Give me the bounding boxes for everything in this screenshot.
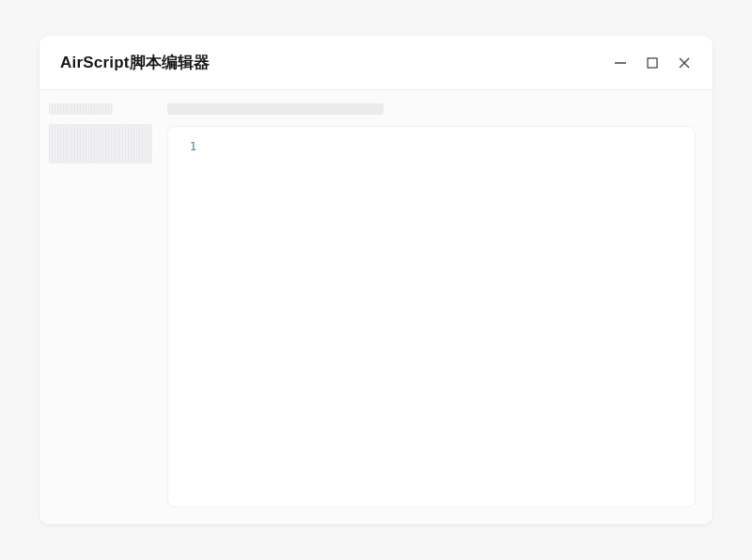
close-button[interactable]: [677, 55, 692, 70]
code-area[interactable]: [208, 140, 695, 493]
code-editor[interactable]: 1: [167, 126, 696, 507]
window-controls: [613, 55, 692, 70]
window-title: AirScript脚本编辑器: [60, 52, 211, 73]
window-body: 1: [39, 90, 713, 524]
sidebar-placeholder-block: [49, 124, 152, 163]
sidebar: [39, 90, 164, 524]
minimize-button[interactable]: [613, 55, 628, 70]
line-gutter: 1: [168, 140, 208, 493]
close-icon: [678, 56, 691, 70]
toolbar-placeholder: [167, 103, 384, 115]
maximize-icon: [647, 57, 658, 69]
titlebar: AirScript脚本编辑器: [39, 36, 713, 90]
main-panel: 1: [164, 90, 713, 524]
line-number: 1: [168, 140, 196, 153]
editor-window: AirScript脚本编辑器: [39, 36, 713, 524]
minimize-icon: [614, 56, 627, 70]
sidebar-placeholder-heading: [49, 103, 113, 115]
svg-rect-1: [648, 58, 657, 68]
maximize-button[interactable]: [645, 55, 660, 70]
